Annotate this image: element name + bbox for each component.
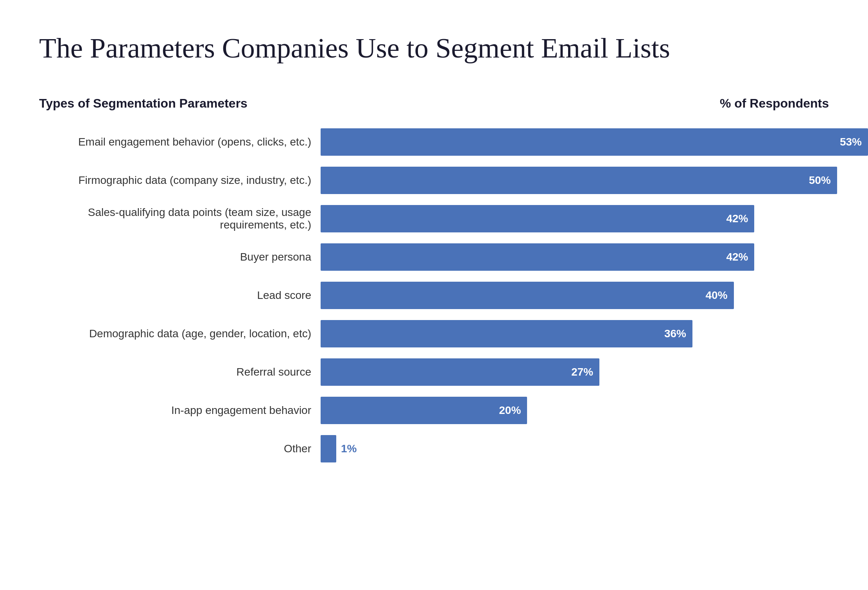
chart-header-left-label: Types of Segmentation Parameters (39, 96, 247, 111)
chart-header-right-label: % of Respondents (720, 96, 829, 111)
bar-label: Buyer persona (39, 251, 321, 263)
chart-container: Types of Segmentation Parameters % of Re… (39, 96, 829, 464)
bar-value: 27% (571, 366, 593, 378)
bar-value-outside: 1% (341, 442, 357, 455)
bar-value: 42% (726, 251, 748, 263)
bar-fill: 20% (321, 397, 527, 424)
bar-value: 20% (499, 404, 521, 417)
bar-row: Lead score40% (39, 280, 829, 311)
bar-row: Other1% (39, 433, 829, 464)
bars-container: Email engagement behavior (opens, clicks… (39, 126, 829, 464)
bar-row: Buyer persona42% (39, 241, 829, 273)
bar-fill: 53% (321, 128, 868, 156)
bar-track: 50% (321, 167, 837, 194)
bar-fill: 36% (321, 320, 692, 347)
bar-value: 42% (726, 212, 748, 225)
bar-track: 53% (321, 128, 868, 156)
bar-track: 42% (321, 205, 829, 232)
bar-value: 40% (706, 289, 728, 302)
chart-header: Types of Segmentation Parameters % of Re… (39, 96, 829, 111)
bar-fill (321, 435, 336, 462)
bar-label: Referral source (39, 366, 321, 378)
bar-row: Sales-qualifying data points (team size,… (39, 203, 829, 234)
bar-row: Demographic data (age, gender, location,… (39, 318, 829, 349)
bar-track: 40% (321, 282, 829, 309)
bar-fill: 42% (321, 205, 754, 232)
bar-label: Demographic data (age, gender, location,… (39, 327, 321, 340)
bar-fill: 40% (321, 282, 734, 309)
bar-row: In-app engagement behavior20% (39, 395, 829, 426)
page-title: The Parameters Companies Use to Segment … (39, 31, 829, 65)
bar-fill: 42% (321, 243, 754, 271)
bar-label: Firmographic data (company size, industr… (39, 174, 321, 187)
bar-label: Sales-qualifying data points (team size,… (39, 206, 321, 231)
bar-value: 50% (809, 174, 831, 187)
bar-fill: 50% (321, 167, 837, 194)
bar-track: 20% (321, 397, 829, 424)
bar-row: Referral source27% (39, 356, 829, 388)
bar-value: 53% (840, 136, 862, 148)
bar-label: In-app engagement behavior (39, 404, 321, 417)
bar-row: Firmographic data (company size, industr… (39, 165, 829, 196)
bar-label: Lead score (39, 289, 321, 302)
bar-fill: 27% (321, 358, 599, 386)
bar-track: 42% (321, 243, 829, 271)
bar-row: Email engagement behavior (opens, clicks… (39, 126, 829, 158)
bar-track: 1% (321, 435, 829, 462)
bar-label: Other (39, 442, 321, 455)
bar-track: 36% (321, 320, 829, 347)
bar-label: Email engagement behavior (opens, clicks… (39, 136, 321, 148)
bar-track: 27% (321, 358, 829, 386)
bar-value: 36% (664, 327, 686, 340)
